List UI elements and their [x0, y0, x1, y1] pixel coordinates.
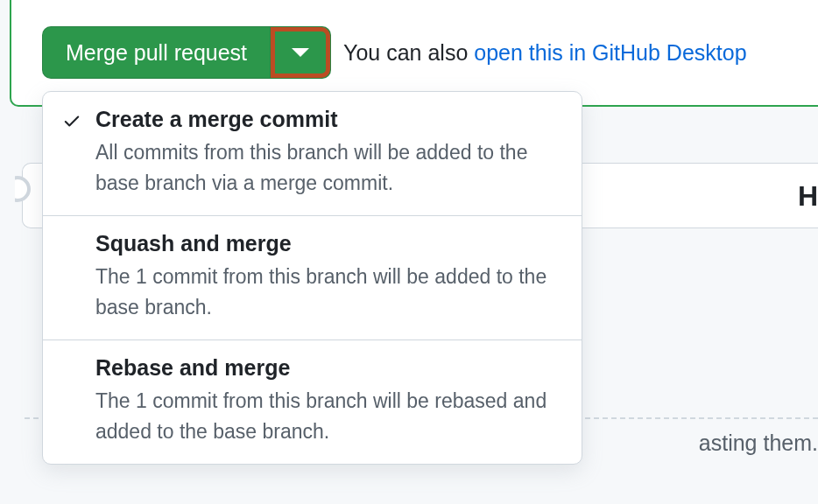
check-icon — [62, 111, 81, 134]
merge-button-row: Merge pull request You can also open thi… — [42, 26, 818, 79]
partial-text-fragment: asting them. — [699, 430, 818, 456]
partial-heading-letter: H — [798, 179, 818, 212]
merge-option-rebase-and-merge[interactable]: Rebase and merge The 1 commit from this … — [43, 340, 582, 464]
merge-option-title: Rebase and merge — [95, 355, 559, 381]
merge-option-squash-and-merge[interactable]: Squash and merge The 1 commit from this … — [43, 215, 582, 340]
merge-options-dropdown: Create a merge commit All commits from t… — [42, 91, 582, 465]
merge-option-description: The 1 commit from this branch will be re… — [95, 386, 559, 446]
merge-option-description: The 1 commit from this branch will be ad… — [95, 262, 559, 322]
merge-options-dropdown-button[interactable] — [270, 26, 331, 79]
merge-option-create-merge-commit[interactable]: Create a merge commit All commits from t… — [43, 92, 582, 215]
merge-pull-request-button[interactable]: Merge pull request — [42, 26, 270, 79]
merge-hint-text: You can also open this in GitHub Desktop — [343, 40, 746, 66]
merge-option-title: Squash and merge — [95, 231, 559, 256]
merge-hint-prefix: You can also — [343, 40, 474, 65]
timeline-marker-icon — [4, 176, 31, 202]
open-github-desktop-link[interactable]: open this in GitHub Desktop — [474, 40, 746, 65]
caret-down-icon — [292, 48, 309, 57]
merge-option-description: All commits from this branch will be add… — [95, 137, 559, 198]
merge-button-group: Merge pull request — [42, 26, 331, 79]
merge-option-title: Create a merge commit — [95, 107, 559, 132]
